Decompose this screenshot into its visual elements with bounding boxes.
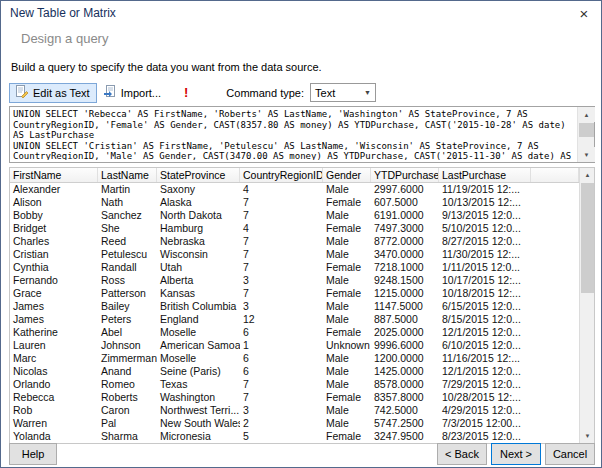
grid-cell: England [157,313,240,326]
grid-cell: British Columbia [157,300,240,313]
command-type-label: Command type: [226,87,304,99]
grid-cell: Washington [157,391,240,404]
grid-cell: 10/17/2015 12:... [439,274,531,287]
grid-cell: Martin [98,183,157,196]
grid-cell: Alberta [157,274,240,287]
import-button[interactable]: Import... [97,83,168,103]
grid-cell: 8/23/2015 12:0... [439,430,531,443]
run-query-icon[interactable]: ! [176,85,196,100]
grid-cell: 6/15/2015 12:0... [439,300,531,313]
grid-scrollbar[interactable]: ▲ ▼ [579,168,594,443]
query-scrollbar[interactable]: ▲ ▼ [577,107,594,162]
grid-cell: Utah [157,261,240,274]
grid-cell: New South Wales [157,417,240,430]
table-row: WarrenPalNew South Wales2Male5747.25007/… [10,417,579,430]
command-type-select[interactable]: Text ▼ [310,83,376,102]
scrollbar-thumb[interactable] [581,183,595,293]
query-toolbar: Edit as Text Import... ! Command type: T… [9,82,595,103]
column-header[interactable]: FirstName [10,168,98,182]
grid-cell: 4 [240,183,323,196]
grid-cell: Peters [98,313,157,326]
scroll-down-icon[interactable]: ▼ [578,147,595,162]
grid-cell: Female [323,287,371,300]
grid-cell: Bobby [10,209,98,222]
grid-cell: 7 [240,235,323,248]
grid-cell: 607.5000 [371,196,439,209]
query-results-grid: FirstNameLastNameStateProvinceCountryReg… [9,167,595,444]
grid-cell: Abel [98,326,157,339]
grid-cell: Roberts [98,391,157,404]
grid-cell: Male [323,378,371,391]
column-header[interactable]: LastName [98,168,157,182]
grid-header-row: FirstNameLastNameStateProvinceCountryReg… [10,168,579,183]
table-row: NicolasAnandSeine (Paris)6Male1425.00001… [10,365,579,378]
grid-cell: 8/27/2015 12:0... [439,235,531,248]
grid-cell: Male [323,235,371,248]
table-row: OrlandoRomeoTexas7Male8578.00007/29/2015… [10,378,579,391]
back-button[interactable]: < Back [437,443,487,465]
grid-cell: Cynthia [10,261,98,274]
help-button[interactable]: Help [9,443,57,465]
scroll-down-icon[interactable]: ▼ [580,429,595,443]
column-header[interactable]: Gender [323,168,371,182]
grid-cell: 12/1/2015 12:0... [439,326,531,339]
grid-cell: Caron [98,404,157,417]
grid-cell: Northwest Terri... [157,404,240,417]
close-icon[interactable]: × [567,1,601,25]
grid-cell: Male [323,274,371,287]
grid-cell: Nath [98,196,157,209]
grid-cell: 9996.6000 [371,339,439,352]
column-header[interactable]: StateProvince [157,168,240,182]
grid-cell: Moselle [157,326,240,339]
grid-cell: 1215.0000 [371,287,439,300]
column-header[interactable]: CountryRegionID [240,168,323,182]
grid-cell: Johnson [98,339,157,352]
grid-cell: 9/13/2015 12:0... [439,209,531,222]
grid-cell: Male [323,248,371,261]
table-row: MarcZimmermanMoselle6Male1200.000011/16/… [10,352,579,365]
titlebar: New Table or Matrix [1,1,601,25]
grid-cell: Petulescu [98,248,157,261]
grid-cell: 12 [240,313,323,326]
page-title: Design a query [21,31,108,46]
grid-cell: Cristian [10,248,98,261]
grid-cell: Male [323,300,371,313]
scroll-up-icon[interactable]: ▲ [578,107,595,122]
grid-cell: 7 [240,209,323,222]
grid-cell: 5 [240,430,323,443]
edit-as-text-button[interactable]: Edit as Text [9,83,97,103]
grid-cell: 7 [240,287,323,300]
grid-cell: Romeo [98,378,157,391]
grid-cell: Female [323,430,371,443]
grid-cell: Fernando [10,274,98,287]
grid-cell: Female [323,196,371,209]
grid-cell: James [10,313,98,326]
chevron-down-icon: ▼ [364,89,371,96]
grid-cell: Marc [10,352,98,365]
grid-cell: Nicolas [10,365,98,378]
grid-cell: Micronesia [157,430,240,443]
scroll-up-icon[interactable]: ▲ [580,168,595,182]
next-button[interactable]: Next > [491,443,541,465]
column-header[interactable]: LastPurchase [439,168,531,182]
grid-cell: Orlando [10,378,98,391]
scrollbar-thumb[interactable] [579,123,594,137]
table-row: RobCaronNorthwest Terri...3Male742.50004… [10,404,579,417]
query-text-editor[interactable]: UNION SELECT 'Rebecca' AS FirstName, 'Ro… [9,106,595,163]
grid-cell: Pal [98,417,157,430]
grid-cell: Nebraska [157,235,240,248]
import-icon [104,85,117,100]
grid-cell: Ross [98,274,157,287]
grid-cell: Male [323,313,371,326]
table-row: BobbySanchezNorth Dakota7Male6191.00009/… [10,209,579,222]
grid-cell: Randall [98,261,157,274]
column-header[interactable]: YTDPurchase [371,168,439,182]
table-row: LaurenJohnsonAmerican Samoa1Unknown9996.… [10,339,579,352]
grid-cell: 4 [240,222,323,235]
table-row: KatherineAbelMoselle6Female2025.000012/1… [10,326,579,339]
grid-cell: 12/1/2015 12:0... [439,365,531,378]
grid-cell: Grace [10,287,98,300]
grid-cell: 2 [240,417,323,430]
grid-cell: 1/11/2015 12:0... [439,261,531,274]
cancel-button[interactable]: Cancel [545,443,595,465]
